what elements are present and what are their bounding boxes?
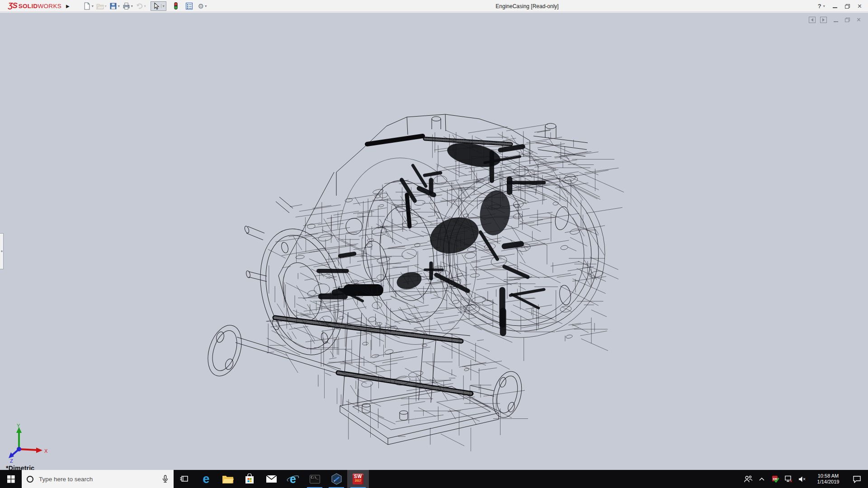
microsoft-store-button[interactable] <box>239 470 260 488</box>
solidworks-check-icon: sw <box>772 475 779 483</box>
internet-explorer-icon: e <box>287 473 299 485</box>
menu-flyout-arrow-icon[interactable]: ▶ <box>66 4 70 9</box>
microsoft-store-icon <box>245 474 255 484</box>
brand-solid: SOLID <box>19 3 38 9</box>
file-properties-icon <box>185 2 193 10</box>
taskbar-clock[interactable]: 10:58 AM 1/14/2019 <box>810 473 846 485</box>
chevron-up-icon <box>759 477 765 481</box>
command-prompt-button[interactable]: C:\_ <box>304 470 326 488</box>
graphics-viewport[interactable]: × <box>0 13 868 470</box>
solidworks-status-tray[interactable]: sw <box>769 470 781 488</box>
people-icon <box>744 475 753 483</box>
undo-button[interactable]: ▾ <box>135 2 147 10</box>
ds-logo-icon: ƷS <box>8 1 17 10</box>
solidworks-2017-icon: SW 2017 <box>353 474 363 484</box>
options-gear-button[interactable]: ⚙ ▾ <box>197 2 208 10</box>
network-disconnected-icon: × <box>785 475 793 483</box>
open-folder-icon <box>96 2 104 10</box>
action-center-icon <box>853 475 861 483</box>
close-button[interactable]: × <box>858 3 862 10</box>
orientation-triad: Y X Z <box>7 423 54 463</box>
taskbar-search-box[interactable] <box>22 470 174 488</box>
new-document-icon <box>83 2 91 10</box>
file-properties-button[interactable] <box>184 2 194 10</box>
edge-button[interactable]: e <box>195 470 217 488</box>
solidworks-logo: ƷS SOLID WORKS <box>8 1 61 10</box>
triad-z-label: Z <box>10 458 13 463</box>
edge-icon: e <box>203 473 209 485</box>
task-view-button[interactable] <box>174 470 195 488</box>
stoplight-icon <box>172 2 179 10</box>
window-controls: ? ▾ × <box>818 0 862 12</box>
svg-text:×: × <box>803 477 806 482</box>
triad-y-label: Y <box>17 423 20 428</box>
internet-explorer-button[interactable]: e <box>282 470 304 488</box>
network-status-tray[interactable]: × <box>783 470 795 488</box>
save-button[interactable]: ▾ <box>108 2 121 10</box>
microphone-icon[interactable] <box>161 475 169 483</box>
orientation-label: *Dimetric <box>6 465 34 470</box>
file-explorer-icon <box>222 474 234 484</box>
action-center-button[interactable] <box>848 470 865 488</box>
mail-button[interactable] <box>260 470 282 488</box>
select-tool-button[interactable]: ▾ <box>151 1 166 11</box>
titlebar: ƷS SOLID WORKS ▶ ▾ ▾ ▾ <box>0 0 868 12</box>
cortana-icon[interactable] <box>27 476 33 483</box>
task-view-icon <box>180 475 189 483</box>
print-button[interactable]: ▾ <box>122 2 134 10</box>
stoplight-button[interactable] <box>171 1 180 10</box>
restore-button[interactable] <box>845 4 850 9</box>
tray-chevron-button[interactable] <box>756 470 768 488</box>
quick-access-toolbar: ▾ ▾ ▾ ▾ <box>82 1 208 11</box>
brand-works: WORKS <box>38 3 62 9</box>
windows-logo-icon <box>7 475 15 483</box>
help-button[interactable]: ? <box>818 3 821 9</box>
save-floppy-icon <box>109 2 117 10</box>
start-button[interactable] <box>0 470 22 488</box>
people-button[interactable] <box>742 470 754 488</box>
clock-date: 1/14/2019 <box>810 479 846 485</box>
solidworks-taskbar-button[interactable]: SW 2017 <box>347 470 369 488</box>
print-icon <box>123 2 130 10</box>
system-tray: sw × × 10:58 AM 1/14/2019 <box>742 470 868 488</box>
triad-x-label: X <box>44 448 48 454</box>
window-title: EngineCasing [Read-only] <box>495 0 558 12</box>
command-prompt-icon: C:\_ <box>310 475 320 483</box>
new-document-button[interactable]: ▾ <box>82 2 94 10</box>
undo-icon <box>136 2 143 10</box>
select-cursor-icon <box>152 2 160 10</box>
search-input[interactable] <box>39 476 161 483</box>
gear-icon: ⚙ <box>198 3 204 9</box>
open-button[interactable]: ▾ <box>95 2 108 10</box>
volume-muted-icon: × <box>798 476 807 483</box>
mail-icon <box>266 475 277 483</box>
volume-tray[interactable]: × <box>797 470 808 488</box>
edrawings-button[interactable] <box>326 470 347 488</box>
engine-casing-wireframe[interactable] <box>0 13 868 470</box>
svg-text:×: × <box>790 479 792 483</box>
minimize-button[interactable] <box>833 4 837 8</box>
taskbar: e e C:\_ <box>0 470 868 488</box>
clock-time: 10:58 AM <box>810 473 846 479</box>
edrawings-hexagon-icon <box>331 473 342 485</box>
file-explorer-button[interactable] <box>217 470 239 488</box>
